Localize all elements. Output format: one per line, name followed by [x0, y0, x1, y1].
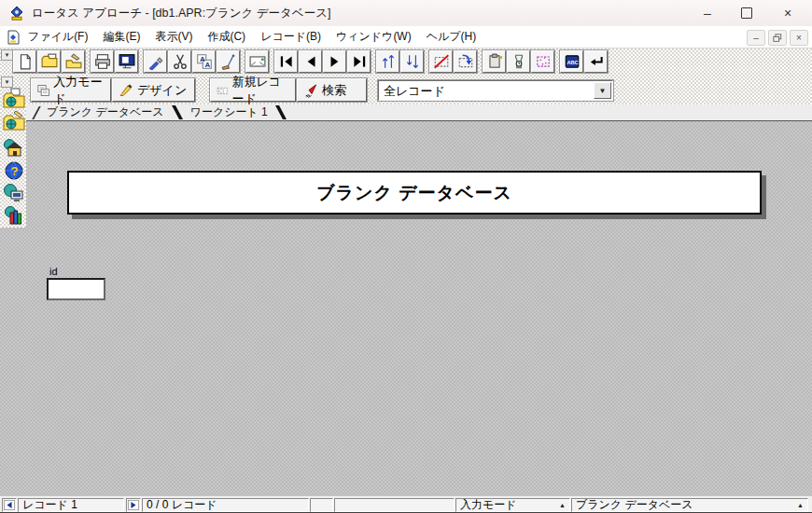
- design-label: デザイン: [137, 82, 187, 99]
- mdi-minimize-button[interactable]: –: [747, 30, 765, 46]
- tab-separator: [172, 105, 183, 119]
- svg-text:?: ?: [11, 164, 19, 178]
- open-file-icon: [41, 53, 58, 70]
- form-title-box: ブランク データベース: [67, 171, 762, 215]
- toolbar1-handle[interactable]: ▼: [1, 49, 13, 61]
- delete-record-button[interactable]: [429, 50, 453, 73]
- mdi-restore-button[interactable]: [768, 30, 787, 46]
- copy-button[interactable]: AA: [192, 50, 216, 73]
- title-bar: ロータス アプローチ - [db1.APR:ブランク データベース] – ×: [0, 0, 812, 26]
- sort-descending-button[interactable]: [400, 50, 424, 73]
- menu-view[interactable]: 表示(V): [147, 26, 200, 48]
- dropdown-arrow-icon[interactable]: ▼: [594, 82, 611, 99]
- smarticons-toolbar: ▼ AA ABC: [0, 49, 812, 75]
- status-empty-panel: [310, 498, 333, 512]
- previous-record-status-button[interactable]: [2, 498, 17, 512]
- tab-separator: [275, 105, 287, 119]
- menu-window[interactable]: ウィンドウ(W): [329, 26, 419, 48]
- window-maximize-button[interactable]: [727, 0, 766, 26]
- home-globe-button[interactable]: [3, 138, 25, 159]
- mode-text: 入力モード: [460, 497, 517, 513]
- cut-button[interactable]: [168, 50, 191, 73]
- previous-record-button[interactable]: [299, 50, 322, 73]
- view-name-panel[interactable]: ブランク データベース▲: [571, 498, 808, 512]
- window-title: ロータス アプローチ - [db1.APR:ブランク データベース]: [32, 6, 330, 21]
- svg-text:ABC: ABC: [567, 60, 578, 65]
- cut-icon: [172, 53, 189, 70]
- paste-special-icon: [486, 53, 503, 70]
- minimize-icon: –: [704, 6, 711, 21]
- field-input-id[interactable]: [47, 278, 105, 300]
- open-file-button[interactable]: [37, 50, 61, 73]
- record-count-panel: 0 / 0 レコード: [142, 498, 309, 512]
- open-file-globe-button[interactable]: [3, 88, 25, 108]
- computer-globe-icon: [3, 183, 25, 203]
- format-brush-button[interactable]: [144, 50, 167, 73]
- print-icon: [94, 53, 111, 70]
- menu-edit[interactable]: 編集(E): [95, 26, 147, 48]
- library-globe-button[interactable]: [3, 205, 25, 226]
- first-record-icon: [278, 53, 295, 70]
- view-name-text: ブランク データベース: [576, 497, 693, 513]
- record-filter-dropdown[interactable]: 全レコード ▼: [378, 80, 613, 101]
- close-icon: ×: [784, 6, 791, 21]
- record-number-panel[interactable]: レコード 1: [18, 498, 124, 512]
- transform-button[interactable]: [531, 50, 554, 73]
- window-minimize-button[interactable]: –: [688, 0, 727, 26]
- document-icon: [6, 30, 21, 45]
- input-mode-button[interactable]: 入力モード: [31, 78, 111, 102]
- menu-help[interactable]: ヘルプ(H): [419, 26, 484, 48]
- enter-key-button[interactable]: [584, 50, 608, 73]
- menu-file[interactable]: ファイル(F): [21, 26, 95, 48]
- spell-check-button[interactable]: ABC: [560, 50, 583, 73]
- paste-button[interactable]: [217, 50, 240, 73]
- insert-record-button[interactable]: [454, 50, 477, 73]
- last-record-button[interactable]: [347, 50, 371, 73]
- paste-icon: [220, 53, 237, 70]
- print-button[interactable]: [91, 50, 114, 73]
- help-globe-button[interactable]: ?: [3, 160, 25, 181]
- new-record-button[interactable]: 新規レコード: [210, 78, 296, 102]
- tab-blank-database[interactable]: ブランク データベース: [41, 104, 170, 120]
- toolbar-handle-icon: ▼: [5, 79, 10, 85]
- mail-envelope-button[interactable]: [245, 50, 269, 73]
- print-preview-button[interactable]: [115, 50, 138, 73]
- new-document-button[interactable]: [13, 50, 36, 73]
- next-record-button[interactable]: [323, 50, 346, 73]
- history-icon: [511, 53, 527, 70]
- popup-arrow-icon: ▲: [797, 502, 804, 508]
- history-button[interactable]: [507, 50, 530, 73]
- insert-record-icon: [457, 53, 474, 70]
- new-record-label: 新規レコード: [231, 74, 289, 107]
- find-label: 検索: [322, 82, 346, 99]
- computer-globe-button[interactable]: [3, 183, 25, 203]
- approach-window: { "window": { "title": "ロータス アプローチ - [db…: [0, 0, 812, 513]
- copy-icon: AA: [196, 53, 213, 70]
- sort-ascending-button[interactable]: [376, 50, 399, 73]
- last-record-icon: [351, 53, 368, 70]
- menu-record[interactable]: レコード(B): [253, 26, 329, 48]
- menu-create[interactable]: 作成(C): [200, 26, 253, 48]
- window-close-button[interactable]: ×: [766, 0, 809, 26]
- transform-icon: [535, 53, 552, 70]
- tab-worksheet-1[interactable]: ワークシート 1: [185, 104, 273, 120]
- mode-panel[interactable]: 入力モード▲: [455, 498, 570, 512]
- mdi-restore-icon: [773, 34, 782, 43]
- toolbar2-handle[interactable]: ▼: [1, 76, 13, 88]
- sort-ascending-icon: [380, 53, 397, 70]
- next-record-status-button[interactable]: [126, 498, 141, 512]
- design-button[interactable]: デザイン: [112, 78, 195, 102]
- first-record-button[interactable]: [274, 50, 298, 73]
- toolbar-handle-icon: ▼: [5, 52, 10, 58]
- maximize-icon: [741, 7, 752, 19]
- save-file-icon: [65, 53, 82, 70]
- paste-special-button[interactable]: [483, 50, 506, 73]
- delete-record-icon: [433, 53, 450, 70]
- mdi-close-button[interactable]: ×: [790, 30, 808, 46]
- input-mode-icon: [37, 83, 49, 98]
- spell-check-icon: ABC: [564, 53, 581, 70]
- sort-descending-icon: [404, 53, 421, 70]
- save-file-button[interactable]: [62, 50, 85, 73]
- find-button[interactable]: 検索: [297, 78, 367, 102]
- edit-file-globe-button[interactable]: [3, 110, 25, 131]
